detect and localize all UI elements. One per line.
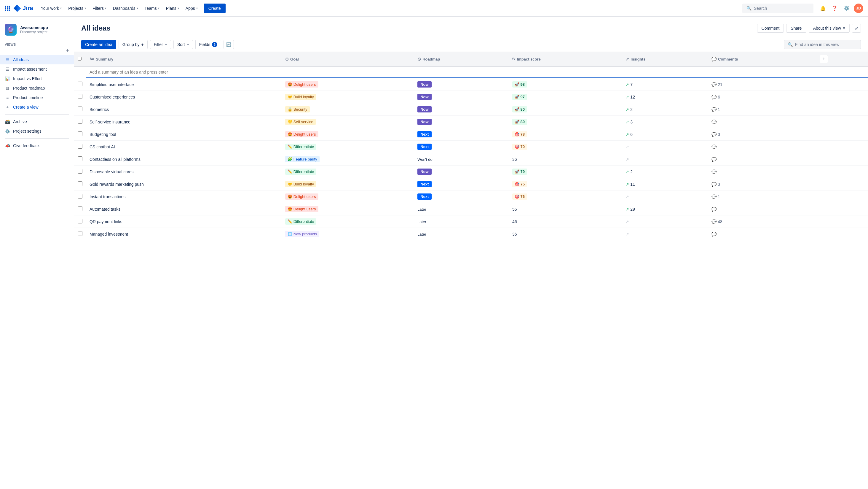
- row-checkbox-cell[interactable]: [74, 116, 86, 128]
- idea-search-input[interactable]: [795, 42, 857, 47]
- logo-area[interactable]: Jira: [5, 4, 33, 12]
- goal-cell[interactable]: ✏️ Differentiate: [282, 141, 414, 153]
- nav-projects[interactable]: Projects ▾: [65, 4, 89, 12]
- sidebar-item-product-roadmap[interactable]: ▦ Product roadmap: [0, 83, 74, 93]
- row-checkbox[interactable]: [78, 94, 83, 99]
- roadmap-cell[interactable]: Now: [414, 91, 509, 103]
- nav-apps[interactable]: Apps ▾: [183, 4, 201, 12]
- roadmap-cell[interactable]: Later: [414, 203, 509, 215]
- goal-cell[interactable]: 😍 Delight users: [282, 191, 414, 203]
- goal-cell[interactable]: 🔒 Security: [282, 103, 414, 116]
- insights-cell[interactable]: ↗: [622, 215, 708, 228]
- comments-cell[interactable]: 💬: [708, 153, 815, 166]
- row-checkbox[interactable]: [78, 181, 83, 186]
- row-checkbox-cell[interactable]: [74, 178, 86, 191]
- search-input[interactable]: [754, 6, 809, 11]
- help-icon[interactable]: ❓: [830, 4, 840, 13]
- row-checkbox-cell[interactable]: [74, 128, 86, 141]
- create-button[interactable]: Create: [204, 4, 226, 13]
- col-add[interactable]: +: [815, 52, 868, 66]
- goal-cell[interactable]: 💛 Self service: [282, 116, 414, 128]
- sidebar-item-impact-vs-effort[interactable]: 📊 Impact vs Effort: [0, 74, 74, 83]
- nav-dashboards[interactable]: Dashboards ▾: [110, 4, 141, 12]
- impact-score-cell[interactable]: 🚀 79: [509, 166, 622, 178]
- row-checkbox-cell[interactable]: [74, 153, 86, 166]
- row-checkbox[interactable]: [78, 119, 83, 124]
- add-idea-input[interactable]: [86, 67, 868, 78]
- impact-score-cell[interactable]: 🎯 75: [509, 178, 622, 191]
- goal-cell[interactable]: 🧩 Feature parity: [282, 153, 414, 166]
- insights-cell[interactable]: ↗: [622, 141, 708, 153]
- row-checkbox[interactable]: [78, 132, 83, 136]
- row-checkbox-cell[interactable]: [74, 191, 86, 203]
- settings-icon[interactable]: ⚙️: [842, 4, 851, 13]
- row-checkbox-cell[interactable]: [74, 228, 86, 240]
- row-checkbox[interactable]: [78, 169, 83, 174]
- roadmap-cell[interactable]: Now: [414, 116, 509, 128]
- sidebar-item-impact-assessment[interactable]: ☰ Impact assesment: [0, 64, 74, 74]
- roadmap-cell[interactable]: Won't do: [414, 153, 509, 166]
- sidebar-item-project-settings[interactable]: ⚙️ Project settings: [0, 126, 74, 136]
- sidebar-item-all-ideas[interactable]: ☰ All ideas: [0, 55, 74, 64]
- idea-summary-cell[interactable]: Contactless on all platforms: [86, 153, 282, 166]
- idea-summary-cell[interactable]: CS chatbot AI: [86, 141, 282, 153]
- sort-button[interactable]: Sort +: [174, 40, 193, 49]
- insights-cell[interactable]: ↗: [622, 153, 708, 166]
- comments-cell[interactable]: 💬 3: [708, 178, 815, 191]
- idea-summary-cell[interactable]: Gold rewards marketing push: [86, 178, 282, 191]
- insights-cell[interactable]: ↗ 29: [622, 203, 708, 215]
- idea-summary-cell[interactable]: Disposable virtual cards: [86, 166, 282, 178]
- idea-summary-cell[interactable]: Self-service insurance: [86, 116, 282, 128]
- share-button[interactable]: Share: [786, 24, 806, 33]
- row-checkbox-cell[interactable]: [74, 91, 86, 103]
- insights-cell[interactable]: ↗ 3: [622, 116, 708, 128]
- row-checkbox[interactable]: [78, 231, 83, 236]
- col-insights[interactable]: ↗ Insights: [622, 52, 708, 66]
- row-checkbox-cell[interactable]: [74, 166, 86, 178]
- sidebar-item-create-view[interactable]: + Create a view: [0, 103, 74, 112]
- toolbar-search[interactable]: 🔍: [784, 40, 861, 49]
- insights-cell[interactable]: ↗: [622, 191, 708, 203]
- col-impact-score[interactable]: fx Impact score: [509, 52, 622, 66]
- col-roadmap[interactable]: ⊙ Roadmap: [414, 52, 509, 66]
- col-summary[interactable]: Aα Summary: [86, 52, 282, 66]
- idea-summary-cell[interactable]: Instant transactions: [86, 191, 282, 203]
- roadmap-cell[interactable]: Now: [414, 166, 509, 178]
- insights-cell[interactable]: ↗: [622, 228, 708, 240]
- comments-cell[interactable]: 💬: [708, 166, 815, 178]
- insights-cell[interactable]: ↗ 6: [622, 128, 708, 141]
- search-box[interactable]: 🔍: [742, 4, 813, 13]
- row-checkbox[interactable]: [78, 82, 83, 86]
- roadmap-cell[interactable]: Next: [414, 141, 509, 153]
- nav-your-work[interactable]: Your work ▾: [38, 4, 65, 12]
- idea-summary-cell[interactable]: Managed investment: [86, 228, 282, 240]
- row-checkbox[interactable]: [78, 156, 83, 161]
- filter-button[interactable]: Filter +: [150, 40, 171, 49]
- idea-summary-cell[interactable]: Customised experiences: [86, 91, 282, 103]
- sidebar-item-product-timeline[interactable]: ≡ Product timeline: [0, 93, 74, 103]
- col-comments[interactable]: 💬 Comments: [708, 52, 815, 66]
- comments-cell[interactable]: 💬 1: [708, 191, 815, 203]
- idea-summary-cell[interactable]: Simplified user interface: [86, 78, 282, 91]
- insights-cell[interactable]: ↗ 11: [622, 178, 708, 191]
- goal-cell[interactable]: 🤝 Build loyalty: [282, 178, 414, 191]
- impact-score-cell[interactable]: 🎯 78: [509, 128, 622, 141]
- roadmap-cell[interactable]: Next: [414, 191, 509, 203]
- roadmap-cell[interactable]: Next: [414, 128, 509, 141]
- comment-button[interactable]: Comment: [757, 24, 784, 33]
- add-view-icon[interactable]: +: [66, 48, 69, 54]
- row-checkbox[interactable]: [78, 194, 83, 199]
- goal-cell[interactable]: 🤝 Build loyalty: [282, 91, 414, 103]
- row-checkbox-cell[interactable]: [74, 78, 86, 91]
- expand-button[interactable]: ⤢: [852, 24, 861, 33]
- project-header[interactable]: 🔮 Awesome app Discovery project: [0, 21, 74, 40]
- insights-cell[interactable]: ↗ 2: [622, 103, 708, 116]
- sidebar-item-feedback[interactable]: 📣 Give feedback: [0, 141, 74, 150]
- goal-cell[interactable]: 😍 Delight users: [282, 78, 414, 91]
- roadmap-cell[interactable]: Now: [414, 78, 509, 91]
- nav-plans[interactable]: Plans ▾: [163, 4, 182, 12]
- impact-score-cell[interactable]: 🚀 98: [509, 78, 622, 91]
- nav-filters[interactable]: Filters ▾: [90, 4, 110, 12]
- roadmap-cell[interactable]: Next: [414, 178, 509, 191]
- impact-score-cell[interactable]: 🎯 76: [509, 191, 622, 203]
